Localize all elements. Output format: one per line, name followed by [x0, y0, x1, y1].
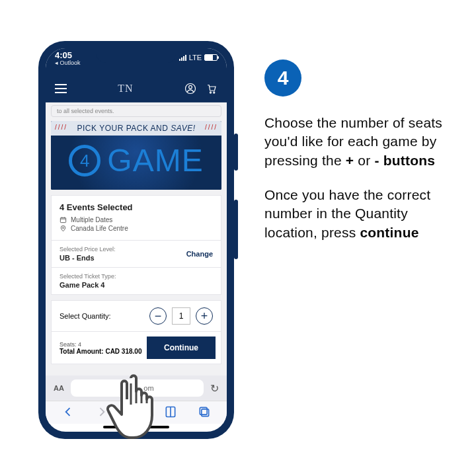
increment-button[interactable]: + — [196, 307, 213, 325]
promo-hero: PICK YOUR PACK AND SAVE! 4 GAME — [51, 121, 221, 190]
svg-rect-8 — [202, 409, 209, 416]
safari-toolbar — [46, 401, 227, 424]
battery-icon — [204, 54, 218, 61]
quantity-stepper: − + — [149, 307, 213, 325]
signal-icon — [179, 55, 186, 61]
price-level-block: Selected Price Level: UB - Ends Change — [51, 241, 221, 268]
promo-strip-text-a: PICK YOUR PACK AND — [77, 124, 171, 133]
ticket-type-value: Game Pack 4 — [60, 281, 116, 289]
back-to-app[interactable]: ◂ Outlook — [55, 60, 81, 67]
menu-icon[interactable] — [55, 84, 67, 93]
instruction-paragraph-2: Once you have the correct number in the … — [264, 186, 450, 242]
step-number-badge: 4 — [264, 60, 301, 97]
events-venue: Canada Life Centre — [71, 225, 128, 232]
forward-icon[interactable] — [95, 405, 108, 418]
quantity-input[interactable] — [172, 307, 190, 325]
home-indicator[interactable] — [103, 426, 169, 428]
ticket-type-block: Selected Ticket Type: Game Pack 4 — [51, 268, 221, 295]
promo-strip-text-b: SAVE! — [171, 124, 195, 133]
quantity-row: Select Quantity: − + — [51, 300, 221, 332]
decrement-button[interactable]: − — [149, 307, 167, 325]
hero-badge-number: 4 — [69, 145, 100, 177]
events-block: 4 Events Selected Multiple Dates Canada … — [51, 195, 221, 241]
calendar-icon — [60, 216, 67, 223]
hero-word: GAME — [107, 145, 203, 177]
svg-rect-6 — [122, 388, 126, 391]
instruction-panel: 4 Choose the number of seats you'd like … — [264, 60, 450, 258]
svg-point-3 — [214, 91, 215, 93]
svg-point-2 — [210, 91, 211, 93]
svg-rect-4 — [60, 218, 65, 222]
events-dates: Multiple Dates — [71, 216, 112, 223]
notch — [97, 48, 176, 63]
url-field[interactable]: a…om — [71, 379, 204, 397]
location-icon — [60, 225, 67, 232]
tabs-icon[interactable] — [198, 405, 211, 418]
cart-icon[interactable] — [206, 83, 218, 95]
seats-count: Seats: 4 — [60, 341, 141, 348]
quantity-label: Select Quantity: — [60, 312, 111, 320]
totals-row: Seats: 4 Total Amount: CAD 318.00 Contin… — [51, 332, 221, 364]
share-icon[interactable] — [130, 405, 143, 418]
url-host-suffix: om — [143, 384, 153, 392]
total-amount: Total Amount: CAD 318.00 — [60, 348, 141, 355]
phone-frame: 4:05 ◂ Outlook LTE TN — [38, 41, 234, 439]
reload-button[interactable]: ↻ — [210, 382, 219, 395]
text-size-button[interactable]: AA — [54, 384, 64, 392]
continue-button[interactable]: Continue — [147, 337, 216, 359]
phone-screen: 4:05 ◂ Outlook LTE TN — [46, 48, 227, 432]
svg-point-1 — [189, 85, 192, 89]
app-logo[interactable]: TN — [118, 83, 133, 95]
url-host: a… — [130, 384, 141, 392]
ticket-type-label: Selected Ticket Type: — [60, 273, 116, 280]
clock: 4:05 — [55, 51, 81, 60]
safari-url-bar: AA a…om ↻ — [46, 376, 227, 401]
price-level-label: Selected Price Level: — [60, 246, 116, 253]
bookmarks-icon[interactable] — [164, 405, 177, 418]
back-icon[interactable] — [61, 405, 75, 418]
account-icon[interactable] — [184, 83, 196, 95]
instruction-paragraph-1: Choose the number of seats you'd like fo… — [264, 114, 450, 170]
page-body: to all selected events. PICK YOUR PACK A… — [46, 102, 227, 376]
events-title: 4 Events Selected — [60, 202, 213, 212]
info-snippet: to all selected events. — [51, 105, 221, 117]
app-header: TN — [46, 75, 227, 102]
change-price-level-button[interactable]: Change — [186, 250, 213, 258]
promo-strip: PICK YOUR PACK AND SAVE! — [51, 121, 221, 136]
network-label: LTE — [189, 54, 202, 61]
price-level-value: UB - Ends — [60, 254, 116, 262]
lock-icon — [120, 385, 127, 391]
svg-point-5 — [62, 227, 63, 228]
svg-rect-9 — [200, 407, 208, 415]
